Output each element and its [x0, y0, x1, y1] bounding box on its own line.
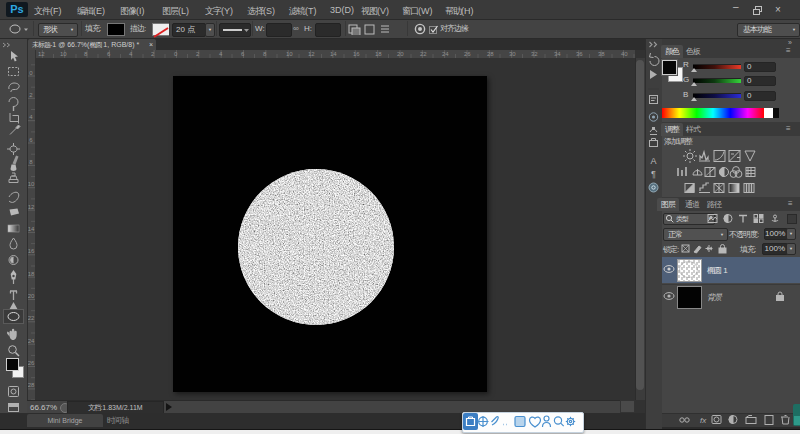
svg-text:¶: ¶	[651, 169, 656, 179]
svg-text:A: A	[650, 156, 656, 166]
svg-text:fx: fx	[700, 416, 707, 425]
